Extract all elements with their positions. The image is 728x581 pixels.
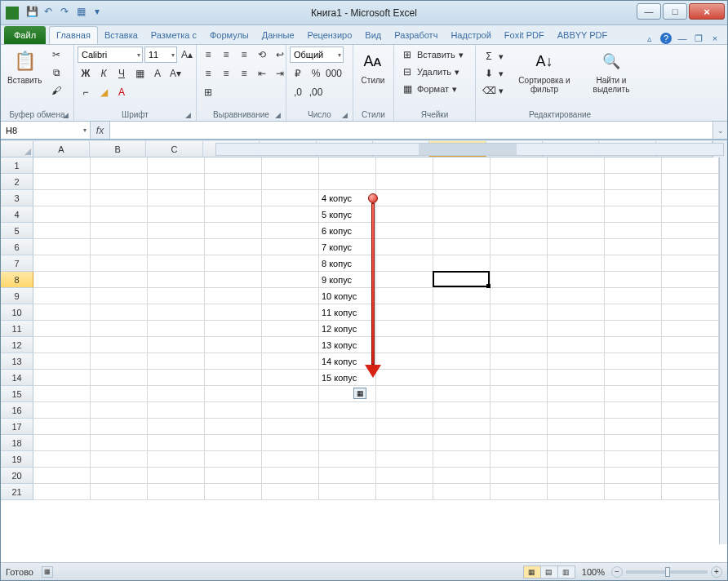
cell[interactable] bbox=[33, 272, 91, 288]
cell[interactable] bbox=[205, 223, 262, 239]
cell[interactable] bbox=[605, 157, 662, 174]
cell[interactable] bbox=[548, 419, 605, 435]
cell[interactable] bbox=[205, 255, 262, 272]
cell[interactable] bbox=[205, 288, 262, 304]
font-size-combo[interactable]: 11 bbox=[144, 47, 177, 63]
doc-minimize-icon[interactable]: — bbox=[677, 33, 688, 44]
cut-icon[interactable]: ✂ bbox=[48, 47, 64, 63]
formula-input[interactable] bbox=[110, 122, 712, 139]
cell[interactable] bbox=[205, 484, 262, 500]
delete-cells-button[interactable]: ⊟Удалить ▾ bbox=[397, 64, 467, 80]
cell[interactable] bbox=[319, 484, 376, 500]
percent-icon[interactable]: % bbox=[308, 65, 324, 82]
cell[interactable] bbox=[376, 419, 433, 435]
cell[interactable] bbox=[319, 435, 376, 451]
row-header[interactable]: 6 bbox=[1, 239, 33, 255]
cell[interactable] bbox=[376, 386, 433, 402]
cell[interactable] bbox=[491, 304, 548, 321]
cell[interactable] bbox=[91, 174, 148, 190]
row-header[interactable]: 19 bbox=[1, 451, 33, 468]
cell[interactable] bbox=[376, 402, 433, 419]
cell[interactable] bbox=[33, 288, 91, 304]
cell[interactable] bbox=[262, 239, 319, 255]
cell[interactable] bbox=[262, 451, 319, 468]
cell[interactable] bbox=[376, 174, 433, 190]
page-layout-view-icon[interactable]: ▤ bbox=[540, 565, 558, 579]
cell[interactable] bbox=[662, 239, 719, 255]
ribbon-tab-разметка с[interactable]: Разметка с bbox=[144, 26, 203, 44]
cell[interactable] bbox=[376, 370, 433, 386]
cell[interactable] bbox=[148, 353, 205, 370]
cell[interactable] bbox=[662, 370, 719, 386]
cell[interactable] bbox=[91, 370, 148, 386]
row-header[interactable]: 21 bbox=[1, 484, 33, 500]
cell[interactable] bbox=[548, 255, 605, 272]
cell[interactable] bbox=[262, 304, 319, 321]
autofill-options-icon[interactable]: ▦ bbox=[353, 388, 366, 399]
cell[interactable] bbox=[433, 435, 491, 451]
cell[interactable]: 7 копус bbox=[319, 239, 376, 255]
cell[interactable]: 5 копус bbox=[319, 206, 376, 223]
cell[interactable] bbox=[662, 402, 719, 419]
expand-formula-bar-icon[interactable]: ⌄ bbox=[712, 122, 727, 139]
cell[interactable] bbox=[33, 370, 91, 386]
cell[interactable] bbox=[605, 239, 662, 255]
cell[interactable] bbox=[662, 484, 719, 500]
dialog-launcher-icon[interactable]: ◢ bbox=[275, 111, 281, 119]
cell[interactable] bbox=[91, 435, 148, 451]
close-button[interactable]: × bbox=[689, 3, 725, 20]
cell[interactable]: 14 копус bbox=[319, 353, 376, 370]
cell[interactable] bbox=[262, 321, 319, 337]
cell[interactable] bbox=[91, 288, 148, 304]
cell[interactable] bbox=[433, 190, 491, 206]
row-header[interactable]: 1 bbox=[1, 157, 33, 174]
cell[interactable] bbox=[662, 272, 719, 288]
cell[interactable] bbox=[433, 468, 491, 484]
zoom-out-button[interactable]: − bbox=[611, 566, 623, 578]
qat-customize-icon[interactable]: ▾ bbox=[91, 5, 104, 18]
row-header[interactable]: 14 bbox=[1, 370, 33, 386]
cell[interactable] bbox=[491, 386, 548, 402]
autosum-button[interactable]: Σ▾ bbox=[479, 48, 507, 64]
cell[interactable] bbox=[148, 255, 205, 272]
cell[interactable] bbox=[548, 337, 605, 353]
cell[interactable] bbox=[548, 288, 605, 304]
cell[interactable] bbox=[148, 288, 205, 304]
cell[interactable] bbox=[148, 468, 205, 484]
column-header[interactable]: C bbox=[146, 141, 202, 157]
row-header[interactable]: 20 bbox=[1, 468, 33, 484]
cell[interactable] bbox=[33, 321, 91, 337]
cell[interactable] bbox=[491, 468, 548, 484]
cell[interactable] bbox=[433, 239, 491, 255]
cell[interactable] bbox=[605, 255, 662, 272]
cell[interactable] bbox=[605, 370, 662, 386]
cell[interactable] bbox=[662, 255, 719, 272]
wrap-text-icon[interactable]: ↩ bbox=[272, 47, 288, 63]
cell[interactable] bbox=[33, 304, 91, 321]
cell[interactable] bbox=[605, 206, 662, 223]
cell[interactable] bbox=[433, 255, 491, 272]
increase-indent-icon[interactable]: ⊞ bbox=[200, 84, 216, 100]
zoom-in-button[interactable]: + bbox=[711, 566, 722, 578]
cell[interactable] bbox=[433, 321, 491, 337]
cell[interactable] bbox=[205, 451, 262, 468]
cell[interactable] bbox=[91, 451, 148, 468]
ribbon-tab-вид[interactable]: Вид bbox=[358, 26, 388, 44]
cell[interactable] bbox=[433, 206, 491, 223]
cell[interactable] bbox=[148, 337, 205, 353]
row-header[interactable]: 17 bbox=[1, 419, 33, 435]
cell[interactable] bbox=[262, 337, 319, 353]
cell[interactable] bbox=[548, 223, 605, 239]
cell[interactable] bbox=[319, 174, 376, 190]
cell[interactable] bbox=[605, 304, 662, 321]
doc-restore-icon[interactable]: ❐ bbox=[693, 33, 704, 44]
cell[interactable] bbox=[605, 272, 662, 288]
row-header[interactable]: 11 bbox=[1, 321, 33, 337]
cell[interactable] bbox=[33, 255, 91, 272]
cell[interactable] bbox=[148, 157, 205, 174]
cell[interactable] bbox=[605, 353, 662, 370]
cell[interactable] bbox=[205, 419, 262, 435]
align-center-icon[interactable]: ≡ bbox=[218, 65, 234, 82]
fill-bucket-icon[interactable]: ◢ bbox=[95, 84, 112, 100]
cell[interactable] bbox=[148, 239, 205, 255]
